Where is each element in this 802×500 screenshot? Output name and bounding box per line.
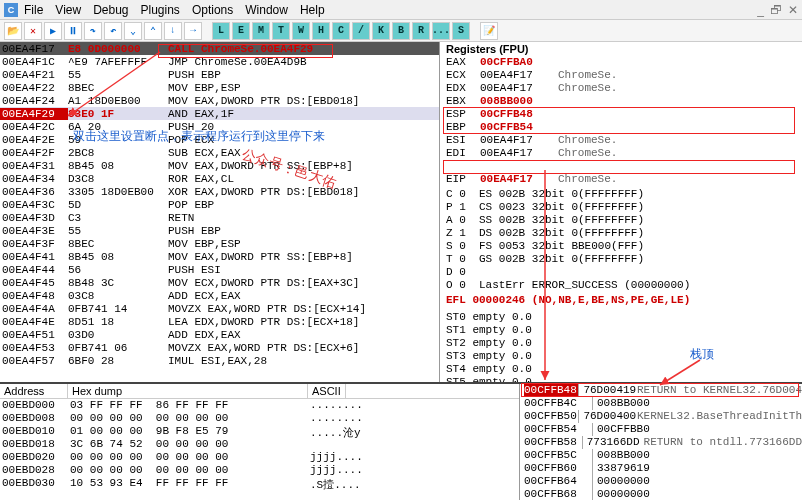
disassembly: MOV EAX,DWORD PTR SS:[EBP+8] xyxy=(168,251,439,263)
cpu-row[interactable]: 00EA4F2983E0 1FAND EAX,1F xyxy=(0,107,439,120)
menu-window[interactable]: Window xyxy=(245,3,288,17)
cpu-row[interactable]: 00EA4F530FB741 06MOVZX EAX,WORD PTR DS:[… xyxy=(0,341,439,354)
cpu-row[interactable]: 00EA4F576BF0 28IMUL ESI,EAX,28 xyxy=(0,354,439,367)
register-row[interactable]: EBX008BB000 xyxy=(440,95,802,108)
stack-row[interactable]: 00CFFB6800000000 xyxy=(520,488,802,500)
address: 00EA4F44 xyxy=(0,264,68,276)
stack-pane[interactable]: 00CFFB4876D00419RETURN to KERNEL32.76D00… xyxy=(520,384,802,500)
cpu-row[interactable]: 00EA4F34D3C8ROR EAX,CL xyxy=(0,172,439,185)
stack-row[interactable]: 00CFFB4876D00419RETURN to KERNEL32.76D00… xyxy=(520,384,802,397)
registers-pane[interactable]: Registers (FPU) EAX00CFFBA0ECX00EA4F17Ch… xyxy=(440,42,802,382)
cpu-row[interactable]: 00EA4F24A1 18D0EB00MOV EAX,DWORD PTR DS:… xyxy=(0,94,439,107)
address: 00EA4F3D xyxy=(0,212,68,224)
step-into-icon[interactable]: ↶ xyxy=(104,22,122,40)
cpu-row[interactable]: 00EA4F2155PUSH EBP xyxy=(0,68,439,81)
register-row[interactable]: EBP00CFFB54 xyxy=(440,121,802,134)
register-row[interactable]: EAX00CFFBA0 xyxy=(440,56,802,69)
dump-row[interactable]: 00EBD02000 00 00 00 00 00 00 00jjjj.... xyxy=(0,451,519,464)
open-icon[interactable]: 📂 xyxy=(4,22,22,40)
register-row[interactable]: ESI00EA4F17ChromeSe. xyxy=(440,134,802,147)
cpu-row[interactable]: 00EA4F3E55PUSH EBP xyxy=(0,224,439,237)
disassembly: JMP ChromeSe.00EA4D9B xyxy=(168,56,439,68)
stack-row[interactable]: 00CFFB6033879619 xyxy=(520,462,802,475)
trace-into-icon[interactable]: ⌄ xyxy=(124,22,142,40)
menu-debug[interactable]: Debug xyxy=(93,3,128,17)
cpu-row[interactable]: 00EA4F318B45 08MOV EAX,DWORD PTR SS:[EBP… xyxy=(0,159,439,172)
trace-over-icon[interactable]: ⌃ xyxy=(144,22,162,40)
cpu-row[interactable]: 00EA4F3C5DPOP EBP xyxy=(0,198,439,211)
address: 00EA4F29 xyxy=(0,108,68,120)
cpu-row[interactable]: 00EA4F4456PUSH ESI xyxy=(0,263,439,276)
cpu-row[interactable]: 00EA4F418B45 08MOV EAX,DWORD PTR SS:[EBP… xyxy=(0,250,439,263)
dump-row[interactable]: 00EBD0183C 6B 74 52 00 00 00 00 xyxy=(0,438,519,451)
register-row[interactable] xyxy=(440,160,802,173)
btn-c[interactable]: C xyxy=(332,22,350,40)
stack-row[interactable]: 00CFFB6400000000 xyxy=(520,475,802,488)
menu-plugins[interactable]: Plugins xyxy=(141,3,180,17)
cpu-row[interactable]: 00EA4F5103D0ADD EDX,EAX xyxy=(0,328,439,341)
stop-icon[interactable]: ✕ xyxy=(24,22,42,40)
btn-s[interactable]: S xyxy=(452,22,470,40)
register-row[interactable]: ECX00EA4F17ChromeSe. xyxy=(440,69,802,82)
btn-w[interactable]: W xyxy=(292,22,310,40)
bytes: 55 xyxy=(68,69,168,81)
run-to-icon[interactable]: ↓ xyxy=(164,22,182,40)
bytes: 6BF0 28 xyxy=(68,355,168,367)
note-icon[interactable]: 📝 xyxy=(480,22,498,40)
btn-k[interactable]: K xyxy=(372,22,390,40)
pause-icon[interactable]: ⏸ xyxy=(64,22,82,40)
cpu-disassembly-pane[interactable]: 00EA4F17E8 0D000000CALL ChromeSe.00EA4F2… xyxy=(0,42,440,382)
cpu-row[interactable]: 00EA4F458B48 3CMOV ECX,DWORD PTR DS:[EAX… xyxy=(0,276,439,289)
address: 00EA4F3E xyxy=(0,225,68,237)
cpu-row[interactable]: 00EA4F2F2BC8SUB ECX,EAX xyxy=(0,146,439,159)
hex-dump-pane[interactable]: Address Hex dump ASCII 00EBD00003 FF FF … xyxy=(0,384,520,500)
menu-file[interactable]: File xyxy=(24,3,43,17)
cpu-row[interactable]: 00EA4F17E8 0D000000CALL ChromeSe.00EA4F2… xyxy=(0,42,439,55)
stack-row[interactable]: 00CFFB4C008BB000 xyxy=(520,397,802,410)
btn-dots[interactable]: ... xyxy=(432,22,450,40)
cpu-row[interactable]: 00EA4F363305 18D0EB00XOR EAX,DWORD PTR D… xyxy=(0,185,439,198)
dump-row[interactable]: 00EBD00003 FF FF FF 86 FF FF FF........ xyxy=(0,399,519,412)
register-row[interactable]: EDI00EA4F17ChromeSe. xyxy=(440,147,802,160)
cpu-row[interactable]: 00EA4F3DC3RETN xyxy=(0,211,439,224)
stack-row[interactable]: 00CFFB58773166DDRETURN to ntdll.773166DD xyxy=(520,436,802,449)
goto-icon[interactable]: → xyxy=(184,22,202,40)
cpu-row[interactable]: 00EA4F3F8BECMOV EBP,ESP xyxy=(0,237,439,250)
run-icon[interactable]: ▶ xyxy=(44,22,62,40)
cpu-row[interactable]: 00EA4F4803C8ADD ECX,EAX xyxy=(0,289,439,302)
stack-row[interactable]: 00CFFB5076D00400KERNEL32.BaseThreadInitT… xyxy=(520,410,802,423)
dump-row[interactable]: 00EBD02800 00 00 00 00 00 00 00jjjj.... xyxy=(0,464,519,477)
menu-options[interactable]: Options xyxy=(192,3,233,17)
btn-l[interactable]: L xyxy=(212,22,230,40)
register-row[interactable]: EIP00EA4F17ChromeSe. xyxy=(440,173,802,186)
register-row[interactable]: ESP00CFFB48 xyxy=(440,108,802,121)
address: 00EA4F2E xyxy=(0,134,68,146)
close-icon[interactable]: ✕ xyxy=(788,3,798,17)
cpu-row[interactable]: 00EA4F4E8D51 18LEA EDX,DWORD PTR DS:[ECX… xyxy=(0,315,439,328)
menu-help[interactable]: Help xyxy=(300,3,325,17)
stack-row[interactable]: 00CFFB5400CFFBB0 xyxy=(520,423,802,436)
restore-icon[interactable]: 🗗 xyxy=(770,3,782,17)
btn-m[interactable]: M xyxy=(252,22,270,40)
stack-row[interactable]: 00CFFB5C008BB000 xyxy=(520,449,802,462)
dump-row[interactable]: 00EBD01001 00 00 00 9B F8 E5 79.....沧y xyxy=(0,425,519,438)
toolbar: 📂 ✕ ▶ ⏸ ↷ ↶ ⌄ ⌃ ↓ → L E M T W H C / K B … xyxy=(0,20,802,42)
cpu-row[interactable]: 00EA4F2E59POP ECX xyxy=(0,133,439,146)
dump-row[interactable]: 00EBD00800 00 00 00 00 00 00 00........ xyxy=(0,412,519,425)
cpu-row[interactable]: 00EA4F228BECMOV EBP,ESP xyxy=(0,81,439,94)
btn-t[interactable]: T xyxy=(272,22,290,40)
btn-r[interactable]: R xyxy=(412,22,430,40)
menu-view[interactable]: View xyxy=(55,3,81,17)
dump-row[interactable]: 00EBD03010 53 93 E4 FF FF FF FF.S撎.... xyxy=(0,477,519,490)
cpu-row[interactable]: 00EA4F2C6A 20PUSH 20 xyxy=(0,120,439,133)
btn-e[interactable]: E xyxy=(232,22,250,40)
register-row[interactable]: EDX00EA4F17ChromeSe. xyxy=(440,82,802,95)
minimize-icon[interactable]: _ xyxy=(757,3,764,17)
btn-b[interactable]: B xyxy=(392,22,410,40)
btn-slash[interactable]: / xyxy=(352,22,370,40)
step-over-icon[interactable]: ↷ xyxy=(84,22,102,40)
cpu-row[interactable]: 00EA4F4A0FB741 14MOVZX EAX,WORD PTR DS:[… xyxy=(0,302,439,315)
cpu-row[interactable]: 00EA4F1C^E9 7AFEFFFFJMP ChromeSe.00EA4D9… xyxy=(0,55,439,68)
disassembly: MOV EAX,DWORD PTR DS:[EBD018] xyxy=(168,95,439,107)
btn-h[interactable]: H xyxy=(312,22,330,40)
